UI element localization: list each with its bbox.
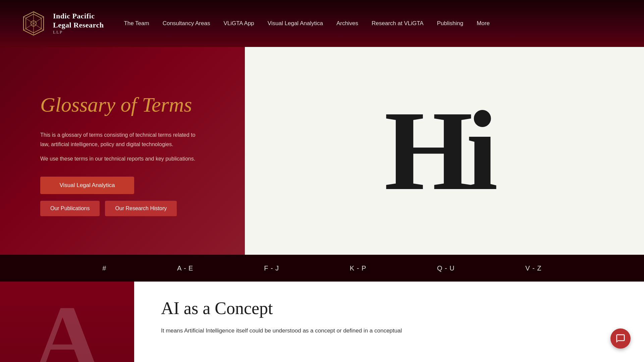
chat-icon (615, 334, 626, 344)
hero-decorative-text: Hi (371, 94, 491, 208)
content-letter-area: A (0, 282, 134, 362)
our-publications-button[interactable]: Our Publications (40, 201, 100, 216)
glossary-nav-ae[interactable]: A - E (177, 264, 193, 272)
nav-item-consultancy-areas[interactable]: Consultancy Areas (163, 20, 210, 27)
glossary-nav-fj[interactable]: F - J (264, 264, 279, 272)
section-letter: A (33, 292, 101, 362)
glossary-nav-hash[interactable]: # (102, 264, 106, 272)
content-text: It means Artificial Intelligence itself … (161, 326, 617, 336)
glossary-nav-qu[interactable]: Q - U (437, 264, 455, 272)
content-body: AI as a Concept It means Artificial Inte… (134, 282, 644, 362)
content-title: AI as a Concept (161, 298, 617, 318)
glossary-navigation: # A - E F - J K - P Q - U V - Z (0, 255, 644, 282)
site-header: Indic PacificLegal Research LLP The Team… (0, 0, 644, 47)
hero-description-2: We use these terms in our technical repo… (40, 154, 201, 163)
nav-item-more[interactable]: More (477, 20, 490, 27)
hero-description-1: This is a glossary of terms consisting o… (40, 130, 201, 148)
nav-item-the-team[interactable]: The Team (124, 20, 149, 27)
logo-area[interactable]: Indic PacificLegal Research LLP (20, 10, 104, 37)
brand-name: Indic PacificLegal Research (53, 12, 104, 29)
nav-item-archives[interactable]: Archives (336, 20, 358, 27)
nav-item-visual-legal-analytica[interactable]: Visual Legal Analytica (268, 20, 323, 27)
our-research-history-button[interactable]: Our Research History (105, 201, 177, 216)
logo-text-block: Indic PacificLegal Research LLP (53, 12, 104, 35)
nav-item-vligta-app[interactable]: VLiGTA App (223, 20, 254, 27)
content-section: A AI as a Concept It means Artificial In… (0, 282, 644, 362)
glossary-nav-kp[interactable]: K - P (350, 264, 366, 272)
logo-icon (20, 10, 47, 37)
hero-section: Glossary of Terms This is a glossary of … (0, 47, 644, 255)
secondary-buttons-row: Our Publications Our Research History (40, 201, 225, 216)
brand-llp: LLP (53, 29, 104, 35)
nav-item-research-at-vligta[interactable]: Research at VLiGTA (372, 20, 424, 27)
hero-title: Glossary of Terms (40, 92, 225, 117)
visual-legal-analytica-button[interactable]: Visual Legal Analytica (40, 177, 134, 194)
main-nav: The Team Consultancy Areas VLiGTA App Vi… (124, 20, 489, 27)
chat-button[interactable] (610, 328, 631, 349)
hero-left-panel: Glossary of Terms This is a glossary of … (0, 47, 245, 255)
glossary-nav-vz[interactable]: V - Z (525, 264, 541, 272)
hero-right-panel: Hi (245, 47, 644, 255)
nav-item-publishing[interactable]: Publishing (437, 20, 463, 27)
